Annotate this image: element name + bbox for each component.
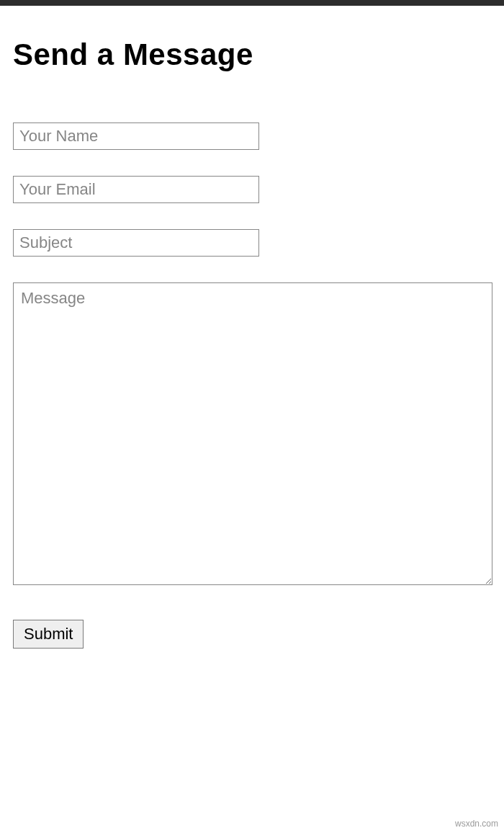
name-input[interactable] [13,122,259,150]
contact-form: Submit [13,122,491,649]
page-title: Send a Message [13,37,491,72]
name-field-wrap [13,122,491,150]
email-field-wrap [13,176,491,203]
top-bar [0,0,504,6]
submit-wrap: Submit [13,620,491,649]
message-field-wrap [13,282,491,588]
page-content: Send a Message Submit [0,37,504,649]
subject-input[interactable] [13,229,259,257]
subject-field-wrap [13,229,491,257]
message-textarea[interactable] [13,282,492,585]
submit-button[interactable]: Submit [13,620,84,649]
email-input[interactable] [13,176,259,203]
